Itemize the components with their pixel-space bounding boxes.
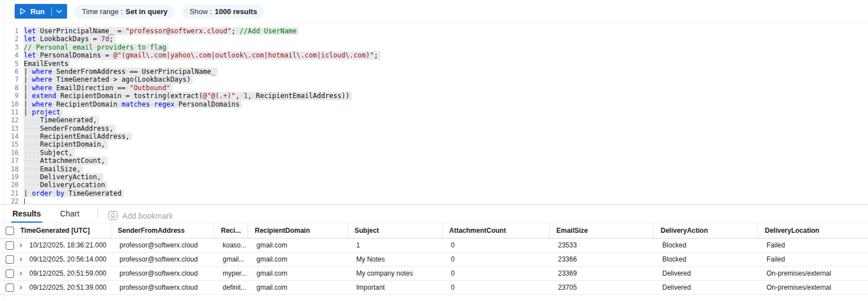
time-range-label: Time range : [82,7,123,16]
cell: myper... [223,269,256,277]
line-number: 3 [0,43,20,51]
selection-highlight: ····RecipientDomain, [24,140,108,148]
code-line: 4let·PersonalDomains·=·@"(gmail\.com|yah… [0,51,868,59]
column-header[interactable]: AttachmentCount [442,223,549,238]
whitespace-dots: · [36,27,40,35]
whitespace-dots: · [52,189,56,197]
code-token: TimeGenerated, [40,116,97,124]
column-header[interactable]: SenderFromAddress [110,223,214,238]
selection-highlight: |·where·SenderFromAddress·==·UserPrincip… [24,68,218,76]
cell: On-premises/external [767,269,868,277]
selection-highlight: let·LookbackDays·=·7d; [24,35,116,43]
code-token: project [32,108,60,116]
cell: 23533 [558,241,662,249]
selection-highlight: let·PersonalDomains·=·@"(gmail\.com|yaho… [24,51,380,59]
expand-row-icon[interactable]: › [19,255,23,264]
code-line-content: ····RecipientDomain, [24,140,108,148]
column-header[interactable]: Reci... [214,223,247,238]
line-number: 22 [0,197,20,204]
row-checkbox[interactable] [6,241,14,250]
whitespace-dots: · [36,35,40,43]
code-token: == [130,68,138,76]
bookmark-icon [108,211,118,220]
column-header[interactable]: RecipientDomain [247,223,347,238]
line-number: 2 [0,35,20,43]
column-header[interactable]: EmailSize [549,223,653,238]
show-results-picker[interactable]: Show : 1000 results [182,5,264,19]
whitespace-dots: ···· [24,181,40,189]
play-icon [20,8,26,15]
cell: 1 [356,241,451,249]
whitespace-dots: · [138,68,141,76]
cell: gmail.com [256,241,356,249]
code-token: PersonalDomains [40,51,101,59]
cell: Blocked [662,255,767,263]
code-token: where [32,100,52,108]
tab-chart[interactable]: Chart [59,206,81,223]
code-line: 22 [0,197,868,204]
expand-row-icon[interactable]: › [19,284,23,292]
code-line-content: let·PersonalDomains·=·@"(gmail\.com|yaho… [24,51,380,59]
code-line-content: ····RecipientEmailAddress, [24,132,132,140]
code-line: 18····EmailSize, [0,165,868,173]
selection-highlight: //·Personal·email·providers·to·flag [24,43,169,51]
code-token: ; [374,51,378,59]
expand-row-icon[interactable]: › [19,269,23,278]
selection-highlight: ····RecipientEmailAddress, [24,132,132,140]
run-button[interactable]: Run [15,4,67,19]
chevron-down-icon[interactable] [56,10,62,14]
whitespace-dots: · [64,189,68,197]
expand-row-icon[interactable]: › [19,241,23,250]
add-bookmark-button[interactable]: Add bookmark [108,211,173,220]
whitespace-dots: · [89,35,93,43]
column-header[interactable]: TimeGenerated [UTC] [20,223,110,238]
column-header[interactable]: DeliveryLocation [758,223,859,238]
selection-highlight: |·extend·RecipientDomain·=·tostring(extr… [24,92,352,100]
cell: Important [356,284,451,291]
code-token: by [56,189,64,197]
table-row[interactable]: ›09/12/2025, 20:51:59.000professor@softw… [0,267,868,281]
whitespace-dots: · [56,92,60,100]
row-checkbox[interactable] [6,284,14,292]
line-number: 1 [0,27,20,35]
column-header[interactable]: Subject [347,223,442,238]
code-line-content: let·LookbackDays·=·7d; [24,35,116,43]
row-checkbox[interactable] [6,269,14,278]
tab-results[interactable]: Results [11,206,42,223]
code-token: Personal [36,43,69,51]
line-number: 19 [0,173,20,181]
whitespace-dots: · [121,92,125,100]
whitespace-dots: · [236,27,240,35]
cell: My company notes [356,269,451,277]
whitespace-dots: · [101,51,105,59]
code-line-content: ····DeliveryLocation [24,181,108,189]
time-range-picker[interactable]: Time range : Set in query [74,5,175,19]
code-line: 5EmailEvents [0,60,868,68]
code-line: 12····TimeGenerated, [0,116,868,124]
code-line: 11|·project [0,108,868,116]
whitespace-dots: · [68,43,72,51]
select-all-checkbox[interactable] [6,227,14,235]
code-line: 21|·order·by·TimeGenerated [0,189,868,197]
table-row[interactable]: ›10/12/2025, 18:36:21.000professor@softw… [0,238,868,253]
row-checkbox[interactable] [6,255,14,264]
code-line: 8|·where·EmailDirection·==·"Outbound" [0,84,868,92]
cell: 23705 [558,284,662,291]
code-token: = [105,51,109,59]
code-token: //Add [240,27,260,35]
cell: 23366 [558,255,662,263]
table-row[interactable]: ›09/12/2025, 20:51:39.000professor@softw… [0,281,868,295]
code-line-content: |·extend·RecipientDomain·=·tostring(extr… [24,92,352,100]
table-row[interactable]: ›09/12/2025, 20:56:14.000professor@softw… [0,253,868,267]
results-tabs-bar: ResultsChart Add bookmark [0,205,868,223]
code-token: ; [232,27,236,35]
code-token: flag [150,43,166,51]
code-token: regex [154,100,174,108]
code-token: let [24,27,36,35]
code-line-content: ····SenderFromAddress, [24,125,116,132]
query-editor[interactable]: 1let·UserPrincipalName_·=·"professor@sof… [0,23,868,204]
line-number: 6 [0,68,20,76]
column-header[interactable]: DeliveryAction [653,223,758,238]
code-token: TimeGenerated [56,76,109,83]
code-line: 7|·where·TimeGenerated·>·ago(LookbackDay… [0,76,868,83]
